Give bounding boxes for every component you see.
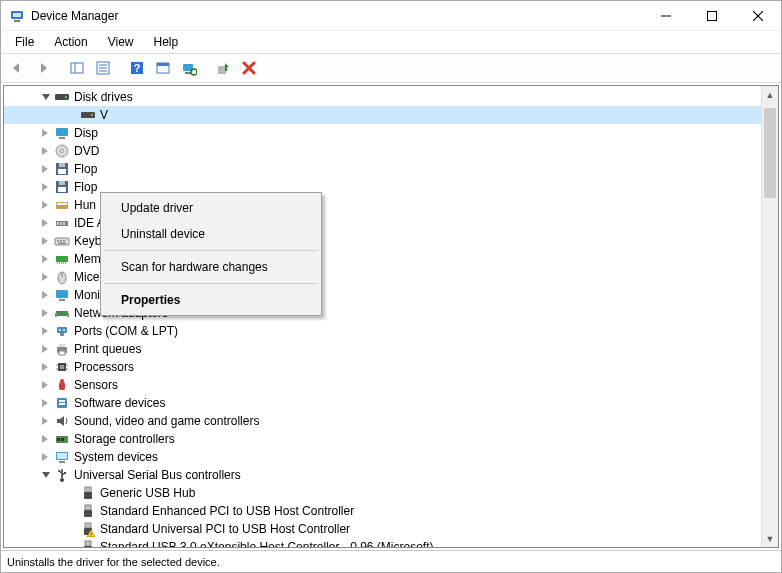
floppy-icon bbox=[54, 179, 70, 195]
svg-point-84 bbox=[60, 478, 64, 482]
tree-node[interactable]: DVD bbox=[4, 142, 761, 160]
svg-rect-35 bbox=[58, 187, 66, 192]
tree-node-label: Hun bbox=[74, 196, 96, 214]
expand-icon[interactable] bbox=[38, 432, 52, 446]
tree-node-label: Disp bbox=[74, 124, 98, 142]
uninstall-device-button[interactable] bbox=[237, 56, 261, 80]
expand-icon[interactable] bbox=[38, 180, 52, 194]
expand-icon[interactable] bbox=[38, 360, 52, 374]
keyboard-icon bbox=[54, 233, 70, 249]
tree-node[interactable]: Sensors bbox=[4, 376, 761, 394]
expand-icon[interactable] bbox=[38, 378, 52, 392]
context-menu-item[interactable]: Uninstall device bbox=[103, 221, 319, 247]
memory-icon bbox=[54, 251, 70, 267]
close-button[interactable] bbox=[735, 1, 781, 30]
update-driver-button[interactable] bbox=[211, 56, 235, 80]
maximize-button[interactable] bbox=[689, 1, 735, 30]
expand-icon[interactable] bbox=[38, 162, 52, 176]
svg-rect-59 bbox=[67, 313, 69, 317]
svg-rect-48 bbox=[57, 262, 58, 264]
tree-node-label: System devices bbox=[74, 448, 158, 466]
svg-rect-26 bbox=[56, 128, 68, 136]
tree-node[interactable]: Sound, video and game controllers bbox=[4, 412, 761, 430]
expand-icon[interactable] bbox=[38, 198, 52, 212]
tree-node[interactable]: Universal Serial Bus controllers bbox=[4, 466, 761, 484]
expand-icon[interactable] bbox=[38, 396, 52, 410]
tree-node[interactable]: Print queues bbox=[4, 340, 761, 358]
svg-rect-76 bbox=[59, 400, 65, 402]
help-button[interactable]: ? bbox=[125, 56, 149, 80]
properties-button[interactable] bbox=[91, 56, 115, 80]
window-controls bbox=[643, 1, 781, 30]
tree-node[interactable]: Processors bbox=[4, 358, 761, 376]
sensor-icon bbox=[54, 377, 70, 393]
show-hide-tree-button[interactable] bbox=[65, 56, 89, 80]
window-title: Device Manager bbox=[31, 9, 643, 23]
toolbar: ? bbox=[1, 53, 781, 83]
svg-rect-63 bbox=[60, 333, 64, 336]
expand-icon[interactable] bbox=[38, 144, 52, 158]
context-menu-item[interactable]: Properties bbox=[103, 287, 319, 313]
context-menu-separator bbox=[104, 250, 318, 251]
tree-node-label: Flop bbox=[74, 178, 97, 196]
scroll-up-arrow[interactable]: ▲ bbox=[762, 86, 778, 103]
status-bar: Uninstalls the driver for the selected d… bbox=[1, 550, 781, 572]
expand-icon[interactable] bbox=[38, 126, 52, 140]
expand-icon[interactable] bbox=[38, 216, 52, 230]
menu-file[interactable]: File bbox=[7, 33, 42, 51]
svg-rect-87 bbox=[64, 472, 66, 474]
svg-rect-96 bbox=[84, 546, 92, 547]
expand-icon[interactable] bbox=[38, 288, 52, 302]
action-button[interactable] bbox=[151, 56, 175, 80]
expand-icon[interactable] bbox=[38, 234, 52, 248]
scan-hardware-button[interactable] bbox=[177, 56, 201, 80]
expand-icon[interactable] bbox=[38, 414, 52, 428]
tree-node[interactable]: System devices bbox=[4, 448, 761, 466]
menu-action[interactable]: Action bbox=[46, 33, 95, 51]
display-icon bbox=[54, 125, 70, 141]
collapse-icon[interactable] bbox=[38, 90, 52, 104]
collapse-icon[interactable] bbox=[38, 468, 52, 482]
tree-node[interactable]: !Standard Universal PCI to USB Host Cont… bbox=[4, 520, 761, 538]
tree-node[interactable]: Storage controllers bbox=[4, 430, 761, 448]
tree-node[interactable]: V bbox=[4, 106, 761, 124]
tree-node[interactable]: Disp bbox=[4, 124, 761, 142]
expand-icon[interactable] bbox=[38, 324, 52, 338]
context-menu-item[interactable]: Update driver bbox=[103, 195, 319, 221]
tree-node[interactable]: Generic USB Hub bbox=[4, 484, 761, 502]
back-button[interactable] bbox=[5, 56, 29, 80]
vertical-scrollbar[interactable]: ▲ ▼ bbox=[761, 86, 778, 547]
expand-icon[interactable] bbox=[38, 270, 52, 284]
svg-rect-4 bbox=[708, 11, 717, 20]
context-menu-separator bbox=[104, 283, 318, 284]
tree-node[interactable]: Standard Enhanced PCI to USB Host Contro… bbox=[4, 502, 761, 520]
svg-rect-46 bbox=[58, 243, 66, 245]
tree-node-label: V bbox=[100, 106, 108, 124]
device-tree[interactable]: Disk drivesVDispDVDFlopFlopHunIDE ATA/AT… bbox=[4, 86, 761, 547]
tree-node[interactable]: Ports (COM & LPT) bbox=[4, 322, 761, 340]
expand-icon[interactable] bbox=[38, 252, 52, 266]
menu-help[interactable]: Help bbox=[146, 33, 187, 51]
tree-node[interactable]: Disk drives bbox=[4, 88, 761, 106]
svg-rect-32 bbox=[58, 169, 66, 174]
expand-icon[interactable] bbox=[38, 342, 52, 356]
hdd-icon bbox=[80, 107, 96, 123]
scroll-down-arrow[interactable]: ▼ bbox=[762, 530, 778, 547]
tree-node-label: Generic USB Hub bbox=[100, 484, 195, 502]
expand-icon[interactable] bbox=[38, 450, 52, 464]
usb-dev-icon bbox=[80, 485, 96, 501]
tree-node-label: DVD bbox=[74, 142, 99, 160]
tree-node[interactable]: Software devices bbox=[4, 394, 761, 412]
svg-point-74 bbox=[60, 379, 64, 383]
tree-node[interactable]: Standard USB 3.0 eXtensible Host Control… bbox=[4, 538, 761, 547]
svg-rect-92 bbox=[85, 523, 91, 528]
scroll-thumb[interactable] bbox=[764, 108, 776, 198]
forward-button[interactable] bbox=[31, 56, 55, 80]
context-menu-item[interactable]: Scan for hardware changes bbox=[103, 254, 319, 280]
usb-warn-icon: ! bbox=[80, 521, 96, 537]
minimize-button[interactable] bbox=[643, 1, 689, 30]
menu-view[interactable]: View bbox=[100, 33, 142, 51]
expand-icon[interactable] bbox=[38, 306, 52, 320]
tree-node[interactable]: Flop bbox=[4, 160, 761, 178]
tree-node-label: Sensors bbox=[74, 376, 118, 394]
